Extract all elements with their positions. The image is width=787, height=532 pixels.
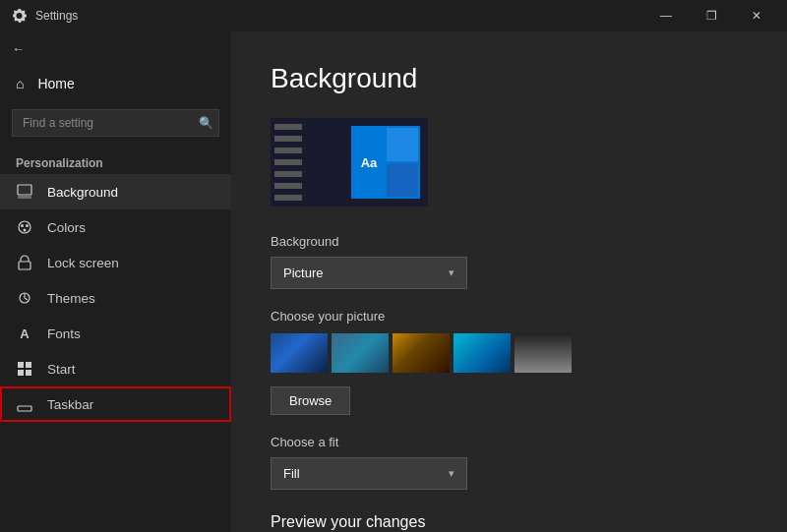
taskbar-nav-icon — [16, 395, 33, 413]
preview-tiles: Aa — [351, 126, 420, 199]
background-field-label: Background — [271, 234, 748, 249]
preview-stripes — [271, 118, 306, 207]
sidebar: ← ⌂ Home 🔍 Personalization Background Co… — [0, 31, 231, 532]
picture-grid — [271, 333, 748, 373]
browse-button[interactable]: Browse — [271, 386, 350, 415]
sidebar-item-colors[interactable]: Colors — [0, 209, 231, 245]
home-icon: ⌂ — [16, 76, 24, 91]
search-box: 🔍 — [12, 109, 219, 137]
home-label: Home — [37, 76, 74, 91]
sidebar-item-fonts[interactable]: A Fonts — [0, 316, 231, 351]
sidebar-item-taskbar[interactable]: Taskbar — [0, 386, 231, 422]
title-bar-left: Settings — [12, 8, 78, 24]
picture-thumb-5[interactable] — [515, 333, 572, 373]
themes-nav-label: Themes — [47, 291, 95, 306]
background-dropdown[interactable]: Picture ▾ — [271, 257, 467, 289]
title-bar: Settings — ❐ ✕ — [0, 0, 787, 31]
stripe-3 — [274, 148, 302, 153]
settings-icon — [12, 8, 28, 24]
sidebar-item-lock-screen[interactable]: Lock screen — [0, 245, 231, 280]
svg-point-5 — [24, 229, 27, 232]
stripe-5 — [274, 171, 302, 177]
background-dropdown-value: Picture — [283, 266, 323, 280]
choose-picture-label: Choose your picture — [271, 309, 748, 324]
sidebar-home[interactable]: ⌂ Home — [0, 66, 231, 101]
stripe-7 — [274, 195, 302, 201]
stripe-6 — [274, 183, 302, 189]
svg-rect-6 — [19, 262, 30, 269]
fit-dropdown-arrow-icon: ▾ — [449, 467, 454, 480]
fit-dropdown-value: Fill — [283, 466, 300, 481]
page-title: Background — [271, 63, 748, 94]
back-arrow-icon: ← — [12, 41, 25, 56]
svg-rect-12 — [18, 406, 31, 411]
maximize-button[interactable]: ❐ — [689, 0, 734, 31]
svg-rect-1 — [18, 196, 31, 199]
fonts-nav-icon: A — [16, 325, 33, 342]
svg-rect-8 — [18, 362, 24, 368]
tile-tr — [387, 128, 418, 161]
preview-thumbnail: Aa — [271, 118, 428, 207]
stripe-2 — [274, 136, 302, 142]
personalization-label: Personalization — [0, 145, 231, 174]
svg-rect-9 — [26, 362, 31, 368]
dropdown-arrow-icon: ▾ — [449, 266, 454, 279]
back-button[interactable]: ← — [0, 31, 231, 66]
colors-nav-label: Colors — [47, 220, 86, 235]
fit-dropdown[interactable]: Fill ▾ — [271, 457, 467, 490]
background-nav-icon — [16, 183, 33, 201]
themes-nav-icon — [16, 289, 33, 307]
colors-nav-icon — [16, 218, 33, 236]
app-body: ← ⌂ Home 🔍 Personalization Background Co… — [0, 31, 787, 532]
sidebar-item-start[interactable]: Start — [0, 351, 231, 386]
window-controls: — ❐ ✕ — [643, 0, 779, 31]
tile-br — [387, 163, 418, 197]
stripe-4 — [274, 159, 302, 165]
svg-point-3 — [21, 224, 24, 227]
choose-fit-label: Choose a fit — [271, 435, 748, 449]
sidebar-item-background[interactable]: Background — [0, 174, 231, 209]
lock-screen-nav-icon — [16, 254, 33, 271]
picture-thumb-1[interactable] — [271, 333, 328, 373]
start-nav-icon — [16, 360, 33, 378]
search-icon: 🔍 — [199, 116, 213, 130]
svg-rect-10 — [18, 370, 24, 376]
stripe-1 — [274, 124, 302, 130]
picture-thumb-3[interactable] — [393, 333, 450, 373]
svg-rect-11 — [26, 370, 31, 376]
main-content: Background Aa Background Picture ▾ — [231, 31, 787, 532]
tile-main: Aa — [353, 128, 385, 197]
lock-screen-nav-label: Lock screen — [47, 256, 119, 270]
svg-rect-0 — [18, 185, 31, 195]
picture-thumb-4[interactable] — [454, 333, 511, 373]
minimize-button[interactable]: — — [643, 0, 689, 31]
picture-thumb-2[interactable] — [332, 333, 389, 373]
svg-point-4 — [26, 224, 29, 227]
taskbar-nav-label: Taskbar — [47, 397, 93, 412]
background-nav-label: Background — [47, 185, 118, 200]
window-title: Settings — [35, 9, 78, 23]
preview-changes-title: Preview your changes — [271, 513, 748, 531]
fonts-nav-label: Fonts — [47, 326, 81, 341]
search-input[interactable] — [12, 109, 219, 137]
start-nav-label: Start — [47, 362, 76, 377]
sidebar-item-themes[interactable]: Themes — [0, 280, 231, 316]
close-button[interactable]: ✕ — [734, 0, 779, 31]
